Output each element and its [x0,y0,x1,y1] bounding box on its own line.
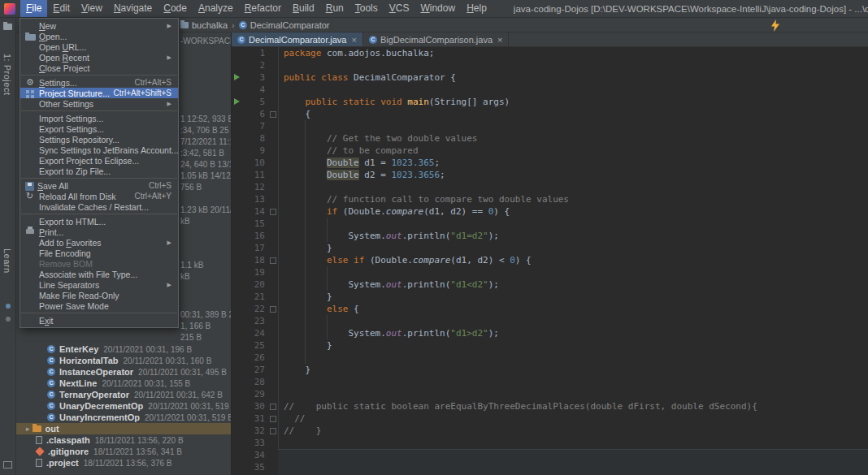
line-number[interactable]: 8 [242,132,267,145]
code-line[interactable]: else { [284,303,868,315]
line-number[interactable]: 14 [242,205,267,218]
menu-item-export-settings[interactable]: Export Settings... [20,123,178,134]
menubar-item-refactor[interactable]: Refactor [239,0,287,17]
code-line[interactable] [284,437,868,449]
line-number[interactable]: 16 [242,230,267,242]
code-line[interactable]: package com.adojos.buchalka; [284,47,868,59]
tree-item-classpath[interactable]: .classpath18/11/2021 13:56, 220 B [16,434,231,446]
menu-item-file-encoding[interactable]: File Encoding [20,248,178,258]
tree-row-fragment[interactable]: 215 B [180,332,202,343]
tree-item-gitignore[interactable]: .gitignore18/11/2021 13:56, 341 B [16,446,231,457]
code-line[interactable]: } [284,291,868,303]
line-number[interactable]: 23 [242,315,267,327]
line-number[interactable]: 26 [242,352,267,364]
code-line[interactable]: public class DecimalComparator { [284,71,868,84]
menu-item-other-settings[interactable]: Other Settings▶ [20,98,178,109]
code-line[interactable]: // } [284,425,868,437]
tree-row-fragment[interactable]: kB [180,271,190,283]
line-number[interactable]: 9 [242,145,267,157]
code-line[interactable] [284,84,868,96]
menu-item-sync-settings-to-jetbrains-account[interactable]: Sync Settings to JetBrains Account... [20,145,178,155]
fold-marker-icon[interactable] [267,425,278,437]
menu-item-open-url[interactable]: Open URL... [20,41,178,52]
tree-item-project[interactable]: .project18/11/2021 13:56, 376 B [16,457,231,469]
line-number[interactable]: 2 [242,59,267,71]
code-line[interactable]: // public static boolean areEqualByThree… [284,400,868,412]
tab-bigdecimalcomparison-java[interactable]: BigDecimalComparison.java× [363,32,510,46]
code-line[interactable]: { [284,108,868,120]
code-line[interactable]: public static void main(String[] args) [284,96,868,108]
line-number[interactable]: 1 [242,47,267,59]
menu-item-settings[interactable]: Settings...Ctrl+Alt+S [20,77,178,88]
fold-marker-icon[interactable] [267,400,278,412]
code-line[interactable]: else if (Double.compare(d1, d2) < 0) { [284,254,868,266]
fold-marker-icon[interactable] [267,108,278,120]
line-number[interactable]: 28 [242,376,267,388]
menu-item-close-project[interactable]: Close Project [20,63,178,73]
tab-decimalcomparator-java[interactable]: DecimalComparator.java× [232,32,363,46]
menu-item-open[interactable]: Open... [20,31,178,41]
code-line[interactable] [284,266,868,279]
tree-item-instanceoperator[interactable]: InstanceOperator20/11/2021 00:31, 495 B [16,366,231,378]
line-number[interactable]: 27 [242,364,267,376]
code-line[interactable]: System.out.println("d1=d2"); [284,230,868,242]
code-line[interactable]: // function call to compare two double v… [284,193,868,205]
menubar-item-window[interactable]: Window [414,0,461,17]
line-number[interactable]: 24 [242,327,267,339]
tree-row-fragment[interactable]: 7/12/2021 11:13 [180,136,232,148]
tree-row-fragment[interactable]: 1 12:52, 933 B 18/1 [180,114,232,125]
line-number[interactable]: 35 [242,461,267,473]
line-number[interactable]: 10 [242,157,267,169]
line-number[interactable]: 29 [242,388,267,400]
menu-item-make-file-read-only[interactable]: Make File Read-Only [20,290,178,300]
menubar-item-build[interactable]: Build [287,0,320,17]
fold-marker-icon[interactable] [267,303,278,315]
line-number[interactable]: 15 [242,218,267,230]
menu-item-export-project-to-eclipse[interactable]: Export Project to Eclipse... [20,155,178,166]
breadcrumb-decimalcomparator[interactable]: DecimalComparator [239,20,330,30]
line-number[interactable]: 31 [242,412,267,425]
code-line[interactable]: Double d2 = 1023.3656; [284,169,868,181]
menu-item-exit[interactable]: Exit [20,315,178,326]
code-line[interactable] [284,181,868,193]
tree-row-fragment[interactable]: :34, 706 B 25 minut [180,125,232,136]
tool-window-button-learn[interactable]: Learn [2,248,12,274]
tree-row-fragment[interactable]: 1.05 kB 14/12/2021 [180,171,232,182]
editor[interactable]: 1234567891011121314151617181920212223242… [232,47,868,475]
line-number[interactable]: 7 [242,120,267,132]
line-number[interactable]: 12 [242,181,267,193]
menubar-item-tools[interactable]: Tools [349,0,384,17]
code-line[interactable] [284,376,868,388]
breadcrumb-buchalka[interactable]: buchalka [180,20,228,30]
menubar-item-vcs[interactable]: VCS [384,0,415,17]
menu-item-import-settings[interactable]: Import Settings... [20,113,178,123]
quickfix-bolt-icon[interactable] [770,19,780,32]
line-number[interactable]: 30 [242,400,267,412]
line-number[interactable]: 13 [242,193,267,205]
menu-item-associate-with-file-type[interactable]: Associate with File Type... [20,269,178,279]
menu-item-reload-all-from-disk[interactable]: Reload All from DiskCtrl+Alt+Y [20,191,178,201]
menu-item-line-separators[interactable]: Line Separators▶ [20,279,178,290]
menubar-item-view[interactable]: View [76,0,108,17]
fold-marker-icon[interactable] [267,412,278,425]
line-number[interactable]: 11 [242,169,267,181]
line-number[interactable]: 4 [242,84,267,96]
line-number[interactable]: 32 [242,425,267,437]
tree-row-fragment[interactable]: 1, 166 B [180,321,210,332]
fold-marker-icon[interactable] [267,205,278,218]
code-line[interactable]: System.out.println("d1<d2"); [284,279,868,291]
menu-item-print[interactable]: Print... [20,227,178,237]
menu-item-settings-repository[interactable]: Settings Repository... [20,134,178,145]
tree-item-nextline[interactable]: NextLine20/11/2021 00:31, 155 B [16,378,231,389]
run-gutter-icon[interactable] [232,71,242,84]
code-line[interactable] [284,120,868,132]
menu-item-new[interactable]: New▶ [20,20,178,31]
bottom-tool-icon[interactable] [3,461,12,469]
code-area[interactable]: package com.adojos.buchalka;public class… [278,47,868,475]
tree-item-enterkey[interactable]: EnterKey20/11/2021 00:31, 196 B [16,343,231,355]
code-line[interactable] [284,315,868,327]
line-number[interactable]: 34 [242,449,267,461]
menubar-item-run[interactable]: Run [320,0,349,17]
code-line[interactable]: } [284,242,868,254]
fold-marker-icon[interactable] [267,254,278,266]
